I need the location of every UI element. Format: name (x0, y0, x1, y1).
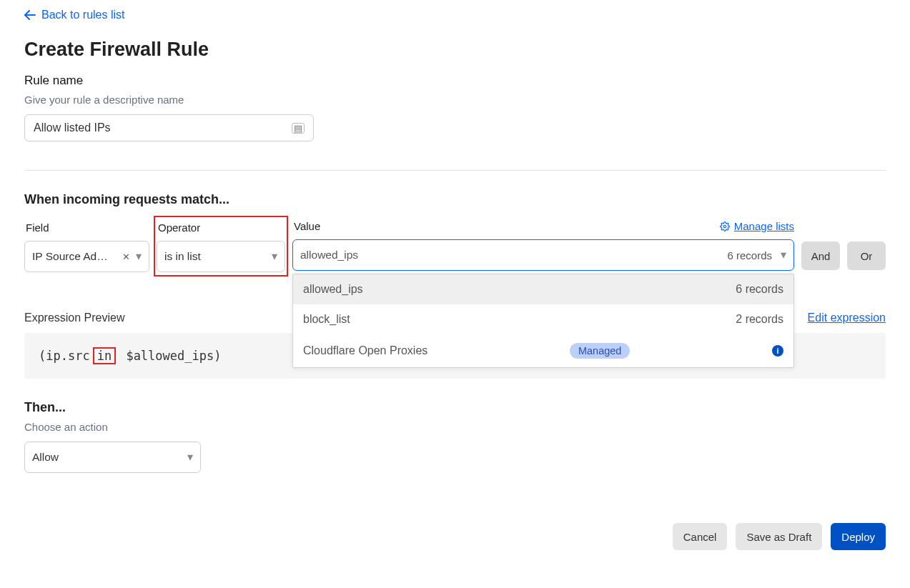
save-draft-button-label: Save as Draft (746, 531, 811, 543)
chevron-down-icon: ▾ (272, 250, 277, 263)
field-col-label: Field (26, 221, 149, 234)
clear-icon[interactable]: ✕ (122, 251, 130, 262)
gear-icon (720, 221, 730, 231)
dropdown-option-name: Cloudflare Open Proxies (303, 344, 427, 357)
operator-select-value: is in list (164, 250, 201, 263)
operator-col-label: Operator (158, 221, 285, 234)
and-button-label: And (811, 250, 831, 262)
field-select-value: IP Source Ad… (32, 250, 108, 263)
highlight-box-in-token: in (93, 347, 116, 364)
manage-lists-label: Manage lists (734, 220, 794, 232)
edit-expression-label: Edit expression (808, 312, 886, 324)
dropdown-option-name: block_list (303, 313, 350, 326)
svg-point-1 (723, 225, 726, 228)
expression-token-pre: (ip.src (37, 349, 92, 363)
dropdown-option[interactable]: block_list 2 records (293, 304, 793, 334)
back-link[interactable]: Back to rules list (24, 9, 124, 21)
section-divider (24, 170, 886, 171)
rule-name-value: Allow listed IPs (34, 121, 111, 134)
page-title: Create Firewall Rule (24, 39, 886, 61)
cancel-button-label: Cancel (683, 531, 717, 543)
chevron-down-icon: ▾ (781, 249, 786, 261)
match-heading: When incoming requests match... (24, 192, 886, 207)
save-draft-button[interactable]: Save as Draft (736, 523, 822, 550)
managed-badge: Managed (570, 343, 630, 359)
contacts-icon: ▤ (292, 123, 305, 134)
or-button-label: Or (861, 250, 873, 262)
edit-expression-link[interactable]: Edit expression (808, 312, 886, 324)
value-select-records: 6 records (727, 249, 772, 261)
rule-name-label: Rule name (24, 74, 886, 88)
manage-lists-link[interactable]: Manage lists (720, 220, 794, 232)
value-dropdown: allowed_ips 6 records block_list 2 recor… (292, 274, 794, 368)
action-select[interactable]: Allow ▾ (24, 442, 201, 473)
expression-token-post: $allowed_ips) (124, 349, 222, 363)
value-select-value: allowed_ips (300, 249, 358, 261)
field-select[interactable]: IP Source Ad… ✕ ▾ (24, 241, 149, 272)
arrow-left-icon (24, 10, 36, 20)
dropdown-option-records: 6 records (736, 283, 783, 296)
dropdown-option[interactable]: Cloudflare Open Proxies Managed i (293, 334, 793, 367)
deploy-button[interactable]: Deploy (831, 523, 886, 550)
dropdown-option-name: allowed_ips (303, 283, 363, 296)
operator-select[interactable]: is in list ▾ (157, 241, 285, 272)
deploy-button-label: Deploy (841, 531, 875, 543)
and-button[interactable]: And (801, 241, 840, 270)
dropdown-option-records: 2 records (736, 313, 783, 326)
info-icon[interactable]: i (772, 345, 783, 357)
action-select-value: Allow (32, 451, 59, 464)
or-button[interactable]: Or (847, 241, 886, 270)
rule-name-input[interactable]: Allow listed IPs ▤ (24, 114, 314, 141)
chevron-down-icon: ▾ (136, 250, 142, 263)
value-col-label: Value (294, 220, 320, 232)
then-heading: Then... (24, 400, 886, 415)
chevron-down-icon: ▾ (187, 451, 193, 464)
dropdown-option[interactable]: allowed_ips 6 records (293, 274, 793, 304)
back-link-label: Back to rules list (41, 9, 124, 21)
rule-name-sub: Give your rule a descriptive name (24, 94, 886, 106)
then-sub: Choose an action (24, 421, 886, 433)
expression-preview-label: Expression Preview (24, 312, 125, 324)
value-select[interactable]: allowed_ips 6 records ▾ (292, 239, 794, 271)
cancel-button[interactable]: Cancel (673, 523, 728, 550)
